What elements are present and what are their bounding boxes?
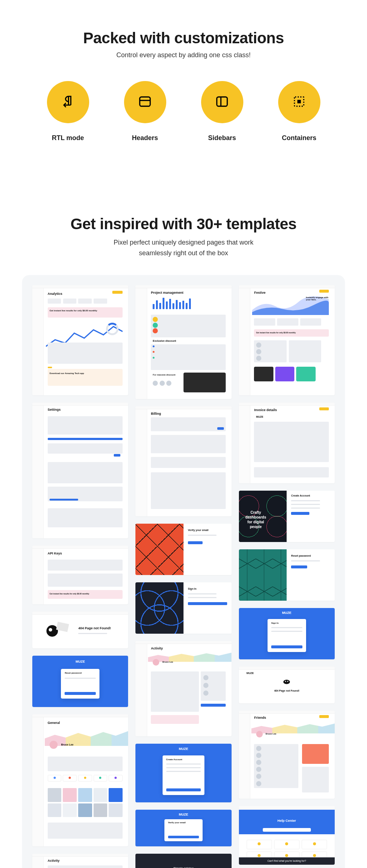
template-analytics[interactable]: Analytics Get instant live results for o…: [32, 285, 128, 395]
card-title: Create Account: [291, 494, 310, 497]
template-404-b[interactable]: MUZE 404 Page not Found!: [239, 667, 335, 703]
pattern-panel: [135, 582, 184, 634]
feature-row: RTL mode Headers Sidebars: [18, 81, 349, 142]
svg-point-11: [287, 681, 288, 682]
section-subtitle: Pixel perfect uniquely designed pages th…: [18, 237, 349, 259]
feature-label: RTL mode: [52, 134, 84, 142]
feature-circle: [278, 81, 320, 123]
card-title: Verify your email: [188, 529, 208, 531]
svg-point-10: [285, 681, 286, 682]
user-name: Bruce Lee: [61, 743, 73, 746]
brand: MUZE: [179, 813, 188, 816]
template-reset-blue[interactable]: MUZE Reset password: [32, 656, 128, 707]
template-gallery: Analytics Get instant live results for o…: [22, 275, 345, 868]
template-settings[interactable]: Settings: [32, 403, 128, 538]
rtl-icon: [61, 95, 75, 110]
help-footer: Can't find what you're looking for?: [239, 857, 335, 865]
subtitle-line: seamlessly right out of the box: [139, 249, 228, 257]
gallery-column: Project management Exclusive discount Fo…: [135, 285, 231, 868]
card-title: Project management: [151, 291, 184, 294]
section-title: Get inspired with 30+ templates: [18, 215, 349, 233]
container-icon: [292, 95, 306, 110]
template-helpcenter[interactable]: Help Center Can't find what you're looki…: [239, 806, 335, 865]
svg-point-8: [49, 628, 52, 631]
gallery-column: Analytics Get instant live results for o…: [32, 285, 128, 868]
pattern-panel: Crafty dashboards for digital people: [239, 491, 287, 542]
pricing-strip: Simple pricing: [135, 854, 231, 868]
svg-rect-2: [217, 97, 228, 106]
template-general[interactable]: General Bruce Lee: [32, 714, 128, 846]
card-title: Sign In: [271, 622, 279, 624]
error-text: 404 Page not Found!: [78, 626, 111, 630]
template-signin-dark[interactable]: Sign In: [135, 582, 231, 634]
user-name: Bruce Lee: [163, 661, 173, 663]
brand: MUZE: [256, 415, 264, 418]
discount-title: Exclusive discount: [153, 340, 176, 342]
card-title: Activity: [151, 647, 163, 650]
card-title: Invoice details: [254, 408, 277, 412]
template-404[interactable]: 404 Page not Found!: [32, 612, 128, 648]
header-icon: [138, 95, 152, 110]
template-create-blue[interactable]: MUZE Create Account: [135, 744, 231, 802]
help-title: Help Center: [239, 819, 335, 823]
card-title: Analytics: [48, 292, 62, 296]
template-pricing[interactable]: Simple pricing: [135, 854, 231, 868]
brand: MUZE: [76, 660, 85, 663]
template-festive[interactable]: Festive Instantly engage with your fans.…: [239, 285, 335, 395]
card-title: Activity: [48, 859, 60, 862]
card-title: API Keys: [48, 552, 62, 555]
template-verify-blue[interactable]: MUZE Verify your email: [135, 810, 231, 846]
banner-text: Get instant live results for only $9.00 …: [256, 332, 296, 334]
feature-label: Headers: [132, 134, 158, 142]
card-title: Festive: [254, 291, 265, 294]
feature-circle: [47, 81, 89, 123]
feature-containers: Containers: [264, 81, 334, 142]
promo-text: Crafty dashboards for digital people: [244, 510, 268, 529]
svg-rect-0: [140, 97, 150, 106]
feature-sidebars: Sidebars: [187, 81, 257, 142]
template-invoice[interactable]: Invoice details MUZE: [239, 403, 335, 483]
card-title: Sign In: [188, 587, 196, 590]
template-activity-short[interactable]: Activity: [32, 854, 128, 868]
brand: MUZE: [179, 747, 188, 751]
svg-rect-5: [297, 100, 301, 103]
banner-text: Get instant live results for only $9.00 …: [50, 593, 89, 595]
svg-point-6: [47, 625, 58, 636]
subtitle-line: Pixel perfect uniquely designed pages th…: [113, 239, 253, 246]
feature-label: Containers: [282, 134, 316, 142]
sidebar-icon: [215, 95, 229, 110]
brand: MUZE: [282, 611, 292, 615]
error-text: 404 Page not Found!: [274, 689, 299, 692]
brand: MUZE: [247, 672, 254, 674]
template-create-dark[interactable]: Crafty dashboards for digital people Cre…: [239, 491, 335, 542]
template-friends[interactable]: Friends Bruce Lee: [239, 711, 335, 799]
feature-rtl: RTL mode: [33, 81, 103, 142]
card-title: Billing: [151, 412, 161, 415]
help-search: [263, 828, 311, 832]
card-title: General: [48, 721, 60, 725]
engage-text: Instantly engage with your fans.: [306, 296, 329, 301]
section-subtitle: Control every aspect by adding one css c…: [18, 51, 349, 59]
feature-headers: Headers: [110, 81, 180, 142]
template-signin-blue[interactable]: MUZE Sign In: [239, 608, 335, 659]
card-title: Reset password: [65, 672, 81, 674]
card-title: Verify your email: [168, 821, 186, 824]
pattern-panel: [239, 549, 287, 601]
download-text: Download our Amazing Tech app: [50, 372, 84, 374]
templates-section: Get inspired with 30+ templates Pixel pe…: [0, 215, 367, 868]
card-title: Settings: [48, 408, 61, 411]
svg-point-9: [283, 680, 290, 684]
gallery-column: Festive Instantly engage with your fans.…: [239, 285, 335, 865]
template-activity[interactable]: Activity Bruce Lee: [135, 641, 231, 736]
feature-circle: [124, 81, 166, 123]
template-verify-red[interactable]: Verify your email: [135, 524, 231, 575]
template-reset-green[interactable]: Reset password: [239, 549, 335, 601]
section-title: Packed with customizations: [18, 29, 349, 47]
template-project[interactable]: Project management Exclusive discount Fo…: [135, 285, 231, 399]
card-title: Reset password: [291, 554, 311, 557]
feature-label: Sidebars: [208, 134, 236, 142]
svg-rect-7: [56, 622, 69, 632]
template-apikeys[interactable]: API Keys Get instant live results for on…: [32, 546, 128, 604]
template-billing[interactable]: Billing You're on Pro plan: [135, 406, 231, 516]
card-title: Create Account: [166, 758, 182, 761]
